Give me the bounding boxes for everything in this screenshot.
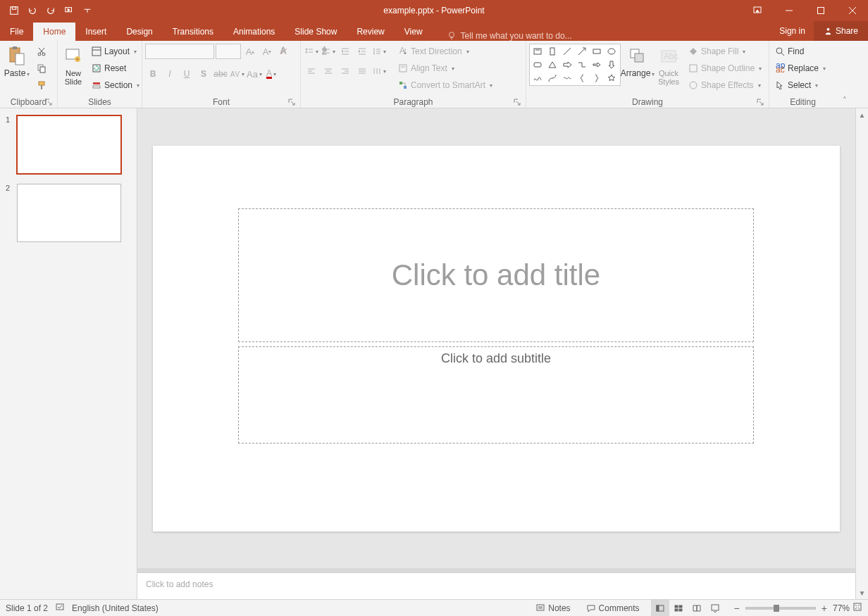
justify-button[interactable] (354, 63, 370, 79)
slideshow-view-button[interactable] (706, 600, 724, 617)
reset-button[interactable]: Reset (89, 61, 142, 76)
shape-freeform-icon[interactable] (531, 72, 545, 84)
copy-button[interactable] (34, 61, 49, 76)
language-indicator[interactable]: English (United States) (72, 603, 159, 613)
start-from-beginning-icon[interactable] (61, 2, 78, 19)
slide-canvas[interactable]: Click to add title Click to add subtitle (153, 146, 840, 532)
shape-right-brace-icon[interactable] (590, 72, 604, 84)
section-button[interactable]: Section▾ (89, 77, 142, 93)
tell-me-search[interactable]: Tell me what you want to do... (440, 31, 579, 41)
paragraph-dialog-launcher[interactable] (513, 98, 521, 106)
zoom-in-button[interactable]: + (819, 603, 830, 614)
underline-button[interactable]: U (179, 66, 194, 82)
shape-curve-icon[interactable] (545, 72, 559, 84)
thumbnail-preview[interactable] (17, 115, 121, 174)
font-color-button[interactable]: A▾ (264, 66, 279, 82)
collapse-ribbon-icon[interactable]: ˄ (843, 96, 847, 105)
quick-styles-button[interactable]: Abc Quick Styles (655, 44, 683, 87)
tab-design[interactable]: Design (116, 23, 162, 41)
shape-oval-icon[interactable] (604, 45, 619, 58)
paste-button[interactable]: Paste▾ (3, 44, 31, 80)
line-spacing-button[interactable]: ▾ (371, 44, 387, 59)
numbering-button[interactable]: 12▾ (321, 44, 336, 59)
slide-canvas-area[interactable]: Click to add title Click to add subtitle (137, 108, 855, 568)
tab-animations[interactable]: Animations (223, 23, 285, 41)
shape-block-arrow-icon[interactable] (590, 58, 604, 71)
align-left-button[interactable] (304, 63, 319, 79)
tab-insert[interactable]: Insert (75, 23, 116, 41)
scroll-down-icon[interactable]: ▼ (856, 586, 868, 599)
tab-view[interactable]: View (395, 23, 433, 41)
shape-textbox-icon[interactable] (531, 45, 545, 58)
decrease-indent-button[interactable] (337, 44, 353, 59)
notes-toggle-button[interactable]: Notes (531, 600, 574, 616)
zoom-percentage[interactable]: 77% (833, 603, 850, 613)
new-slide-button[interactable]: New Slide (61, 44, 86, 87)
align-right-button[interactable] (337, 63, 353, 79)
shape-vtextbox-icon[interactable] (545, 45, 559, 58)
select-button[interactable]: Select▾ (772, 77, 829, 93)
shape-line-icon[interactable] (560, 45, 574, 58)
increase-font-size-button[interactable]: A▴ (242, 44, 258, 59)
font-size-combo[interactable] (216, 44, 241, 59)
spellcheck-icon[interactable] (55, 602, 65, 614)
close-icon[interactable] (836, 0, 868, 21)
shape-connector-icon[interactable] (575, 58, 589, 71)
clear-formatting-button[interactable]: A (276, 44, 292, 59)
shape-arrow-icon[interactable] (575, 45, 589, 58)
thumbnail-preview[interactable] (17, 184, 121, 242)
layout-button[interactable]: Layout▾ (89, 44, 142, 59)
drawing-dialog-launcher[interactable] (756, 98, 764, 106)
bold-button[interactable]: B (145, 66, 161, 82)
text-direction-button[interactable]: AText Direction▾ (395, 44, 495, 59)
clipboard-dialog-launcher[interactable] (44, 98, 53, 106)
tab-review[interactable]: Review (347, 23, 394, 41)
zoom-slider[interactable] (745, 607, 816, 610)
bullets-button[interactable]: ▾ (304, 44, 319, 59)
convert-smartart-button[interactable]: Convert to SmartArt▾ (395, 77, 495, 93)
maximize-icon[interactable] (805, 0, 836, 21)
find-button[interactable]: Find (772, 44, 829, 59)
shape-rectangle-icon[interactable] (590, 45, 604, 58)
scroll-up-icon[interactable]: ▲ (856, 108, 868, 121)
shape-effects-button[interactable]: Shape Effects▾ (686, 77, 764, 93)
columns-button[interactable]: ▾ (371, 63, 387, 79)
vertical-scrollbar[interactable]: ▲ ▼ (855, 108, 868, 599)
italic-button[interactable]: I (162, 66, 178, 82)
font-family-combo[interactable] (145, 44, 214, 59)
shape-wave-icon[interactable] (560, 72, 574, 84)
tab-slideshow[interactable]: Slide Show (285, 23, 347, 41)
slide-thumbnail[interactable]: 1 (6, 115, 131, 174)
shape-right-arrow-icon[interactable] (560, 58, 574, 71)
align-text-button[interactable]: Align Text▾ (395, 61, 495, 76)
format-painter-button[interactable] (34, 77, 49, 93)
reading-view-button[interactable] (688, 600, 706, 617)
character-spacing-button[interactable]: AV▾ (230, 66, 245, 82)
tab-file[interactable]: File (0, 23, 33, 41)
signin-button[interactable]: Sign in (771, 26, 814, 36)
subtitle-placeholder[interactable]: Click to add subtitle (238, 346, 754, 444)
align-center-button[interactable] (321, 63, 336, 79)
strikethrough-button[interactable]: abc (213, 66, 228, 82)
normal-view-button[interactable] (651, 600, 669, 617)
ribbon-display-options-icon[interactable] (741, 0, 773, 21)
title-placeholder[interactable]: Click to add title (238, 208, 754, 342)
share-button[interactable]: Share (814, 21, 868, 41)
redo-icon[interactable] (42, 2, 59, 19)
cut-button[interactable] (34, 44, 49, 59)
arrange-button[interactable]: Arrange▾ (624, 44, 652, 80)
decrease-font-size-button[interactable]: A▾ (259, 44, 275, 59)
shape-down-arrow-icon[interactable] (604, 58, 619, 71)
notes-pane[interactable]: Click to add notes (137, 572, 855, 599)
replace-button[interactable]: abacReplace▾ (772, 61, 829, 76)
change-case-button[interactable]: Aa▾ (247, 66, 262, 82)
shape-roundrect-icon[interactable] (531, 58, 545, 71)
zoom-out-button[interactable]: − (731, 603, 743, 614)
shadow-button[interactable]: S (196, 66, 211, 82)
shape-left-brace-icon[interactable] (575, 72, 589, 84)
comments-toggle-button[interactable]: Comments (582, 600, 644, 616)
shape-triangle-icon[interactable] (545, 58, 559, 71)
zoom-slider-thumb[interactable] (774, 605, 779, 612)
fit-to-window-button[interactable] (852, 602, 862, 614)
qat-customize-icon[interactable] (79, 2, 96, 19)
